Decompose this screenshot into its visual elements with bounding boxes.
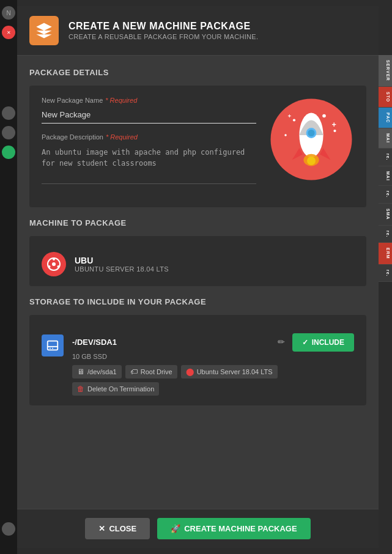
close-label: CLOSE — [109, 524, 136, 533]
desc-label: Package Description* Required — [42, 133, 256, 141]
sidebar-right-re[interactable]: re. — [379, 265, 392, 283]
rocket-icon: 🚀 — [171, 524, 180, 533]
modal-body: PACKAGE DETAILS New Package Name* Requir… — [17, 56, 379, 509]
checkmark-icon: ✓ — [302, 338, 308, 347]
machine-section: MACHINE TO PACKAGE UBU UBU — [29, 218, 366, 286]
sidebar-right-sto[interactable]: STO — [379, 87, 392, 108]
machine-name: UBUNTU SERVER 18.04 LTS — [75, 265, 169, 273]
sidebar-right-sma2[interactable]: re. — [379, 226, 392, 243]
avatar-1[interactable]: N — [2, 6, 15, 20]
svg-point-14 — [52, 262, 56, 266]
svg-point-4 — [333, 130, 336, 132]
modal-container: CREATE A NEW MACHINE PACKAGE CREATE A RE… — [17, 6, 379, 548]
storage-section: STORAGE TO INCLUDE IN YOUR PACKAGE -/D — [29, 297, 366, 405]
root-icon: 🏷 — [130, 367, 138, 376]
sidebar-right-mai4[interactable]: re. — [379, 186, 392, 204]
machine-ubuntu-icon — [42, 252, 66, 276]
package-details-title: PACKAGE DETAILS — [29, 68, 366, 77]
storage-name-row: -/DEV/SDA1 ✏ ✓ INCLUDE — [72, 332, 354, 352]
sidebar-right-mai3[interactable]: MAI — [379, 166, 392, 187]
avatar-2[interactable]: ✕ — [2, 26, 15, 39]
storage-details: -/DEV/SDA1 ✏ ✓ INCLUDE 10 GB SSD — [72, 332, 354, 396]
svg-point-20 — [50, 348, 51, 349]
modal-header: CREATE A NEW MACHINE PACKAGE CREATE A RE… — [17, 6, 379, 56]
avatar-5[interactable] — [2, 146, 15, 159]
path-icon: 🖥 — [77, 367, 84, 376]
trash-icon: 🗑 — [77, 385, 84, 393]
package-details-section: PACKAGE DETAILS New Package Name* Requir… — [29, 68, 366, 207]
storage-name: -/DEV/SDA1 — [72, 338, 117, 347]
sidebar-right-pac[interactable]: PAC — [379, 108, 392, 128]
os-icon: ⬤ — [186, 367, 194, 376]
machine-info: UBU UBUNTU SERVER 18.04 LTS — [75, 256, 169, 273]
svg-text:+: + — [288, 113, 292, 119]
machine-id: UBU — [75, 256, 169, 265]
sidebar-right-erm[interactable]: ERM — [379, 243, 392, 265]
storage-section-title: STORAGE TO INCLUDE IN YOUR PACKAGE — [29, 297, 366, 306]
include-button[interactable]: ✓ INCLUDE — [292, 333, 354, 352]
svg-point-21 — [52, 348, 53, 349]
tag-delete: 🗑 Delete On Termination — [72, 382, 159, 396]
storage-tags: 🖥 /dev/sda1 🏷 Root Drive ⬤ Ubuntu Server… — [72, 365, 354, 396]
svg-point-17 — [48, 265, 51, 268]
storage-size: 10 GB SSD — [72, 353, 354, 360]
avatar-bottom[interactable] — [2, 522, 15, 536]
sidebar-right-mai1[interactable]: MAI — [379, 128, 392, 149]
package-details-card: New Package Name* Required Package Descr… — [29, 86, 366, 207]
modal-footer: ✕ CLOSE 🚀 CREATE MACHINE PACKAGE — [17, 509, 379, 548]
name-input[interactable] — [42, 108, 256, 124]
desc-input[interactable]: An ubuntu image with apache and php conf… — [42, 144, 256, 184]
modal-title: CREATE A NEW MACHINE PACKAGE — [68, 21, 258, 32]
include-label: INCLUDE — [312, 338, 344, 347]
avatar-3[interactable] — [2, 106, 15, 120]
svg-point-8 — [308, 130, 314, 136]
svg-text:+: + — [332, 120, 336, 129]
sidebar-right-mai2[interactable]: re. — [379, 149, 392, 166]
machine-item: UBU UBUNTU SERVER 18.04 LTS — [42, 252, 354, 276]
name-label: New Package Name* Required — [42, 97, 256, 104]
svg-point-5 — [284, 134, 287, 136]
rocket-illustration: + + — [268, 97, 354, 182]
sidebar-right: SERVER STO PAC MAI re. MAI re. SMA re. E… — [379, 55, 392, 282]
ubuntu-icon — [46, 257, 61, 271]
modal-subtitle: CREATE A REUSABLE PACKAGE FROM YOUR MACH… — [68, 33, 258, 40]
package-icon — [35, 21, 53, 40]
create-package-button[interactable]: 🚀 CREATE MACHINE PACKAGE — [157, 518, 310, 539]
drive-icon — [46, 339, 59, 352]
avatar-4[interactable] — [2, 126, 15, 139]
sidebar-left: N ✕ — [0, 0, 17, 554]
header-text: CREATE A NEW MACHINE PACKAGE CREATE A RE… — [68, 21, 258, 40]
svg-point-2 — [293, 119, 295, 121]
name-group: New Package Name* Required — [42, 97, 256, 124]
edit-storage-button[interactable]: ✏ — [274, 336, 289, 348]
package-form: New Package Name* Required Package Descr… — [42, 97, 256, 196]
svg-point-10 — [307, 157, 316, 165]
tag-root-drive: 🏷 Root Drive — [125, 365, 177, 379]
storage-card: -/DEV/SDA1 ✏ ✓ INCLUDE 10 GB SSD — [29, 315, 366, 405]
header-icon — [29, 16, 59, 45]
tag-path: 🖥 /dev/sda1 — [72, 365, 122, 379]
close-button[interactable]: ✕ CLOSE — [85, 518, 150, 539]
close-x-icon: ✕ — [98, 524, 105, 533]
sidebar-right-server[interactable]: SERVER — [379, 55, 392, 87]
svg-point-16 — [57, 265, 60, 268]
sidebar-right-sma[interactable]: SMA — [379, 204, 392, 226]
svg-point-3 — [322, 114, 326, 118]
machine-card: UBU UBUNTU SERVER 18.04 LTS — [29, 236, 366, 286]
storage-item: -/DEV/SDA1 ✏ ✓ INCLUDE 10 GB SSD — [42, 332, 354, 396]
desc-group: Package Description* Required An ubuntu … — [42, 133, 256, 187]
storage-drive-icon — [42, 334, 64, 356]
svg-point-15 — [53, 258, 55, 260]
create-label: CREATE MACHINE PACKAGE — [184, 524, 297, 533]
tag-os: ⬤ Ubuntu Server 18.04 LTS — [181, 365, 278, 379]
machine-section-title: MACHINE TO PACKAGE — [29, 218, 366, 227]
